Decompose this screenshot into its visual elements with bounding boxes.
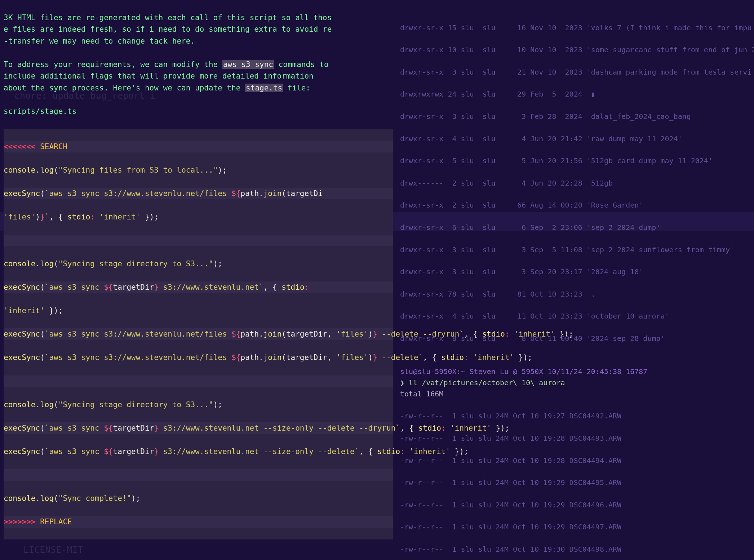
chat-pane[interactable]: 3K HTML files are re-generated with each…	[0, 0, 396, 560]
arw-listing: -rw-r--r-- 1 slu slu 24M Oct 10 19:27 DS…	[400, 400, 750, 560]
file-path-1: scripts/stage.ts	[4, 107, 76, 116]
ls-listing: drwxr-sr-x 15 slu slu 16 Nov 10 2023 'vo…	[400, 11, 750, 355]
command[interactable]: ❯ ll /vat/pictures/october\ 10\ aurora	[400, 378, 565, 387]
addr-line: To address your requirements, we can mod…	[4, 60, 329, 92]
prompt-line: slu@slu-5950X:~ Steven Lu @ 5950X 10/11/…	[400, 367, 647, 376]
replace-marker: >>>>>>>	[4, 517, 36, 526]
search-marker: <<<<<<<	[4, 142, 36, 151]
intro-text: 3K HTML files are re-generated with each…	[4, 13, 332, 45]
total-line: total 166M	[400, 390, 443, 398]
terminal-pane[interactable]: drwxr-sr-x 15 slu slu 16 Nov 10 2023 'vo…	[396, 0, 754, 560]
code-block-1: <<<<<<< SEARCH console.log("Syncing file…	[4, 129, 393, 539]
